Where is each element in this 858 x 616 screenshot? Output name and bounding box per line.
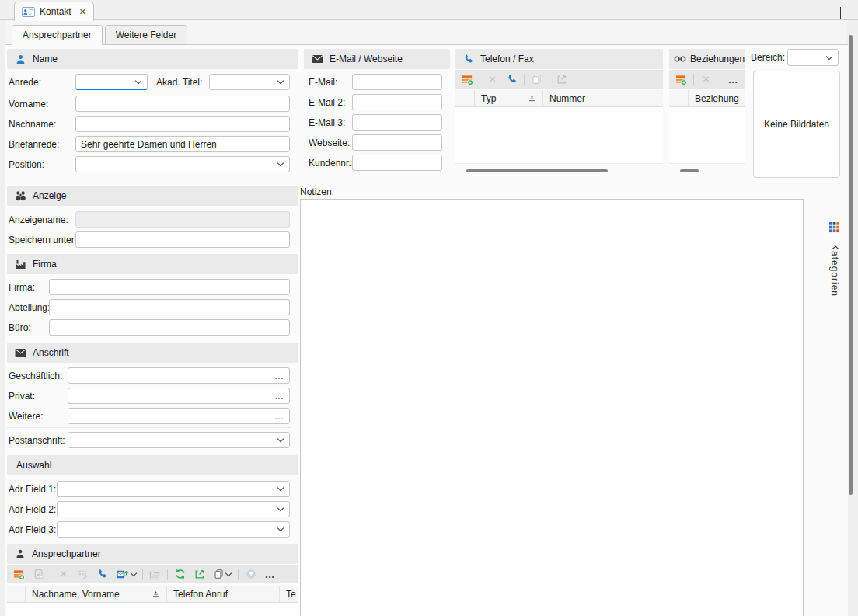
column-label: Nummer — [549, 93, 585, 104]
column-te[interactable]: Te — [280, 586, 298, 602]
adr-field-2-combobox[interactable] — [57, 501, 290, 517]
toolbar-separator — [238, 569, 239, 580]
vertical-scrollbar-thumb[interactable] — [849, 35, 853, 495]
email2-input[interactable] — [352, 94, 442, 110]
firma-input[interactable] — [49, 279, 290, 295]
column-label: Beziehung — [695, 93, 739, 104]
column-typ[interactable]: Typ — [475, 90, 543, 106]
add-row-button[interactable] — [671, 71, 691, 88]
buero-label: Büro: — [9, 322, 31, 333]
email3-input[interactable] — [352, 114, 442, 131]
kategorien-label[interactable]: Kategorien — [829, 244, 840, 297]
export-button[interactable] — [190, 566, 209, 583]
person-icon — [15, 548, 26, 559]
adr-field-1-combobox[interactable] — [57, 481, 290, 497]
section-email: E-Mail / Webseite E-Mail: E-Mail 2: E-Ma… — [304, 49, 450, 175]
add-row-button[interactable] — [9, 566, 29, 583]
email-input[interactable] — [352, 74, 442, 90]
ellipsis-button[interactable]: … — [274, 393, 284, 399]
weitere-input[interactable]: … — [68, 408, 290, 424]
refresh-button[interactable] — [170, 566, 190, 583]
sort-ascending-icon — [528, 95, 536, 102]
telefon-table-body[interactable] — [455, 107, 663, 164]
ellipsis-button[interactable]: … — [274, 413, 284, 419]
column-nummer[interactable]: Nummer — [543, 90, 663, 106]
tab-list-chevron-down-icon[interactable] — [840, 7, 847, 14]
overflow-button[interactable]: … — [724, 71, 743, 88]
section-title: Anzeige — [33, 190, 66, 201]
contact-photo-placeholder[interactable]: Keine Bilddaten — [753, 71, 840, 178]
ansprechpartner-table-body[interactable] — [7, 603, 298, 616]
position-combobox[interactable] — [75, 156, 290, 172]
postanschrift-combobox[interactable] — [68, 432, 290, 448]
webseite-input[interactable] — [352, 134, 442, 151]
privat-input[interactable]: … — [68, 388, 290, 404]
briefanrede-label: Briefanrede: — [9, 139, 59, 150]
adr-field-3-combobox[interactable] — [57, 521, 290, 538]
anzeigename-label: Anzeigename: — [9, 214, 68, 225]
tab-weitere-felder[interactable]: Weitere Felder — [105, 25, 187, 45]
abteilung-input[interactable] — [49, 299, 290, 315]
beziehungen-table-body[interactable] — [669, 107, 745, 164]
contact-form: Name Anrede: Akad. Titel: Vorname: Nachn… — [5, 44, 848, 616]
divider — [7, 427, 291, 428]
chevron-down-icon — [277, 505, 284, 511]
tab-ansprechpartner[interactable]: Ansprechpartner — [12, 25, 103, 45]
row-selector-column — [455, 90, 475, 106]
vorname-label: Vorname: — [9, 99, 48, 110]
section-name: Name Anrede: Akad. Titel: Vorname: Nachn… — [7, 49, 298, 175]
tab-kontakt[interactable]: Kontakt ✕ — [14, 2, 94, 21]
anzeigename-input — [75, 211, 290, 228]
section-anschrift: Anschrift Geschäftlich: … Privat: … Weit… — [7, 343, 298, 451]
horizontal-scrollbar[interactable] — [680, 169, 699, 172]
speichern-unter-input[interactable] — [75, 231, 290, 248]
chevron-down-icon — [277, 485, 284, 491]
horizontal-scrollbar[interactable] — [466, 169, 608, 172]
factory-icon — [15, 259, 26, 270]
section-title: Beziehungen — [690, 54, 745, 64]
send-email-button[interactable] — [112, 566, 140, 583]
column-beziehung[interactable]: Beziehung — [689, 90, 745, 106]
dial-edit-button — [73, 566, 92, 583]
copy-button — [527, 71, 546, 88]
buero-input[interactable] — [49, 319, 290, 336]
anrede-combobox[interactable] — [75, 74, 148, 90]
page-tabs: Ansprechpartner Weitere Felder — [12, 25, 190, 45]
telefon-table-header: Typ Nummer — [455, 90, 663, 107]
column-nachname-vorname[interactable]: Nachname, Vorname — [26, 586, 167, 602]
kundennr-label: Kundennr.: — [309, 158, 354, 169]
section-anschrift-header: Anschrift — [7, 343, 298, 363]
vorname-input[interactable] — [75, 96, 290, 112]
envelope-icon — [312, 54, 323, 64]
close-icon[interactable]: ✕ — [79, 7, 86, 17]
notizen-textarea[interactable] — [300, 199, 804, 616]
beziehungen-table-header: Beziehung — [669, 90, 745, 107]
kundennr-input[interactable] — [352, 155, 442, 171]
bereich-combobox[interactable] — [787, 49, 839, 66]
add-row-button[interactable] — [458, 71, 477, 88]
delete-button: ✕ — [483, 71, 502, 88]
geschaeftlich-input[interactable]: … — [68, 367, 290, 384]
binoculars-icon — [15, 190, 26, 201]
chevron-down-icon — [225, 569, 232, 576]
categories-grid-icon[interactable] — [829, 222, 840, 233]
copy-pages-button[interactable] — [209, 566, 235, 583]
call-button[interactable] — [502, 71, 521, 88]
nachname-input[interactable] — [75, 116, 290, 132]
toolbar-separator — [51, 569, 51, 580]
overflow-button[interactable]: … — [260, 566, 280, 583]
section-title: Ansprechpartner — [32, 548, 101, 559]
vertical-scrollbar[interactable] — [849, 23, 853, 616]
akad-titel-combobox[interactable] — [209, 74, 290, 90]
section-ansprechpartner: Ansprechpartner ✕ — [7, 544, 298, 616]
ellipsis-button[interactable]: … — [274, 373, 284, 379]
ansprechpartner-table-header: Nachname, Vorname Telefon Anruf Te — [7, 586, 298, 603]
call-button[interactable] — [92, 566, 112, 583]
briefanrede-input[interactable] — [75, 136, 290, 152]
column-telefon-anruf[interactable]: Telefon Anruf — [167, 586, 280, 602]
collapse-chevron-left-icon[interactable] — [835, 200, 835, 211]
link-icon — [674, 55, 686, 63]
akad-titel-label: Akad. Titel: — [156, 77, 202, 88]
section-firma-header: Firma — [7, 254, 298, 274]
text-caret — [82, 77, 82, 88]
